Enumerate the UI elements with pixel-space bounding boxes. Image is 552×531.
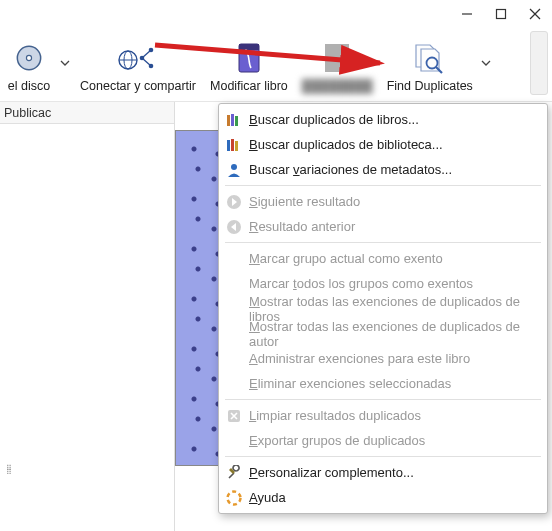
help-icon — [225, 489, 243, 507]
svg-point-28 — [231, 164, 237, 170]
connect-share-label: Conectar y compartir — [80, 79, 196, 93]
tools-icon — [225, 464, 243, 482]
save-disk-label: el disco — [8, 79, 50, 93]
svg-rect-26 — [231, 139, 234, 151]
svg-point-5 — [26, 55, 31, 60]
person-icon — [225, 161, 243, 179]
menu-siguiente-resultado: Siguiente resultado — [219, 189, 547, 214]
menu-label: Resultado anterior — [249, 219, 355, 234]
column-header-label: Publicac — [4, 106, 51, 120]
arrow-right-circle-icon — [225, 193, 243, 211]
svg-rect-27 — [235, 141, 238, 151]
menu-separator — [225, 456, 541, 457]
menu-resultado-anterior: Resultado anterior — [219, 214, 547, 239]
svg-rect-1 — [497, 10, 506, 19]
svg-line-13 — [142, 58, 151, 66]
menu-label: Ayuda — [249, 490, 286, 505]
menu-label: Exportar grupos de duplicados — [249, 433, 425, 448]
blurred-label: ████████ — [302, 79, 373, 93]
find-duplicates-dropdown[interactable] — [479, 56, 493, 71]
menu-label: Administrar exenciones para este libro — [249, 351, 470, 366]
connect-share-button[interactable]: Conectar y compartir — [74, 36, 202, 95]
edit-book-label: Modificar libro — [210, 79, 288, 93]
main-toolbar: el disco Conectar y compartir — [0, 28, 552, 102]
svg-rect-24 — [235, 116, 238, 126]
column-resize-handle[interactable] — [168, 102, 174, 123]
find-duplicates-button[interactable]: Find Duplicates — [381, 36, 479, 95]
svg-rect-15 — [239, 44, 259, 50]
clear-icon — [225, 407, 243, 425]
books-icon — [225, 111, 243, 129]
menu-label: Buscar variaciones de metadatos... — [249, 162, 452, 177]
svg-rect-22 — [227, 115, 230, 126]
svg-point-32 — [228, 491, 241, 504]
svg-rect-25 — [227, 140, 230, 151]
blurred-button[interactable]: ████████ — [296, 36, 379, 95]
menu-label: Personalizar complemento... — [249, 465, 414, 480]
disk-icon — [15, 38, 43, 78]
menu-label: Mostrar todas las exenciones de duplicad… — [249, 319, 539, 349]
menu-label: Buscar duplicados de biblioteca... — [249, 137, 443, 152]
menu-buscar-duplicados-biblioteca[interactable]: Buscar duplicados de biblioteca... — [219, 132, 547, 157]
arrow-left-circle-icon — [225, 218, 243, 236]
save-disk-dropdown[interactable] — [58, 56, 72, 71]
blurred-icon — [322, 38, 352, 78]
menu-mostrar-exenciones-autor: Mostrar todas las exenciones de duplicad… — [219, 321, 547, 346]
book-edit-icon — [234, 38, 264, 78]
menu-label: Marcar grupo actual como exento — [249, 251, 443, 266]
svg-rect-23 — [231, 114, 234, 126]
menu-separator — [225, 242, 541, 243]
menu-mostrar-exenciones-libros: Mostrar todas las exenciones de duplicad… — [219, 296, 547, 321]
menu-personalizar-complemento[interactable]: Personalizar complemento... — [219, 460, 547, 485]
menu-exportar-grupos: Exportar grupos de duplicados — [219, 428, 547, 453]
menu-eliminar-exenciones: Eliminar exenciones seleccionadas — [219, 371, 547, 396]
menu-label: Marcar todos los grupos como exentos — [249, 276, 473, 291]
list-column: Publicac ⠿⠿ — [0, 102, 175, 531]
menu-marcar-grupo-exento: Marcar grupo actual como exento — [219, 246, 547, 271]
menu-limpiar-resultados: Limpiar resultados duplicados — [219, 403, 547, 428]
find-duplicates-menu: Buscar duplicados de libros... Buscar du… — [218, 103, 548, 514]
find-duplicates-icon — [412, 38, 448, 78]
menu-ayuda[interactable]: Ayuda — [219, 485, 547, 510]
edit-book-button[interactable]: Modificar libro — [204, 36, 294, 95]
globe-share-icon — [118, 38, 158, 78]
library-icon — [225, 136, 243, 154]
menu-label: Siguiente resultado — [249, 194, 360, 209]
menu-separator — [225, 399, 541, 400]
menu-buscar-variaciones-metadatos[interactable]: Buscar variaciones de metadatos... — [219, 157, 547, 182]
maximize-button[interactable] — [484, 0, 518, 28]
find-duplicates-label: Find Duplicates — [387, 79, 473, 93]
splitter-grip[interactable]: ⠿⠿ — [6, 467, 14, 475]
close-button[interactable] — [518, 0, 552, 28]
column-header-publicac[interactable]: Publicac — [0, 102, 174, 124]
svg-line-12 — [142, 50, 151, 58]
svg-point-16 — [245, 50, 248, 53]
save-disk-button[interactable]: el disco — [0, 36, 58, 95]
menu-marcar-todos-exentos: Marcar todos los grupos como exentos — [219, 271, 547, 296]
menu-separator — [225, 185, 541, 186]
menu-label: Buscar duplicados de libros... — [249, 112, 419, 127]
menu-buscar-duplicados-libros[interactable]: Buscar duplicados de libros... — [219, 107, 547, 132]
window-titlebar — [0, 0, 552, 28]
toolbar-scrollbar[interactable] — [530, 31, 548, 95]
minimize-button[interactable] — [450, 0, 484, 28]
menu-label: Limpiar resultados duplicados — [249, 408, 421, 423]
menu-label: Eliminar exenciones seleccionadas — [249, 376, 451, 391]
menu-administrar-exenciones: Administrar exenciones para este libro — [219, 346, 547, 371]
svg-rect-17 — [325, 44, 349, 72]
